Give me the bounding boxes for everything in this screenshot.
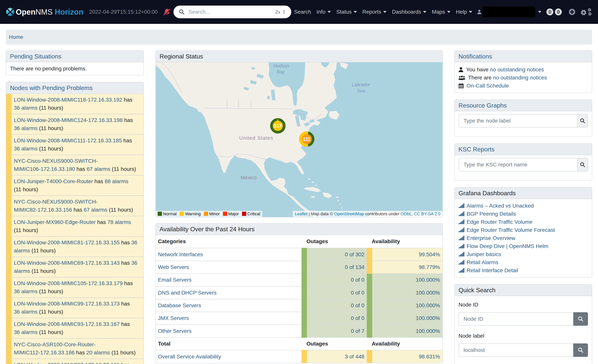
svg-text:117: 117: [274, 123, 282, 129]
svg-text:Sea: Sea: [357, 88, 365, 93]
svg-text:México: México: [241, 175, 256, 180]
svg-text:Hudson: Hudson: [273, 63, 289, 68]
svg-text:United States: United States: [239, 135, 273, 141]
svg-text:Labrador: Labrador: [352, 82, 370, 87]
svg-text:Bay: Bay: [276, 69, 285, 74]
svg-text:111: 111: [303, 136, 311, 142]
